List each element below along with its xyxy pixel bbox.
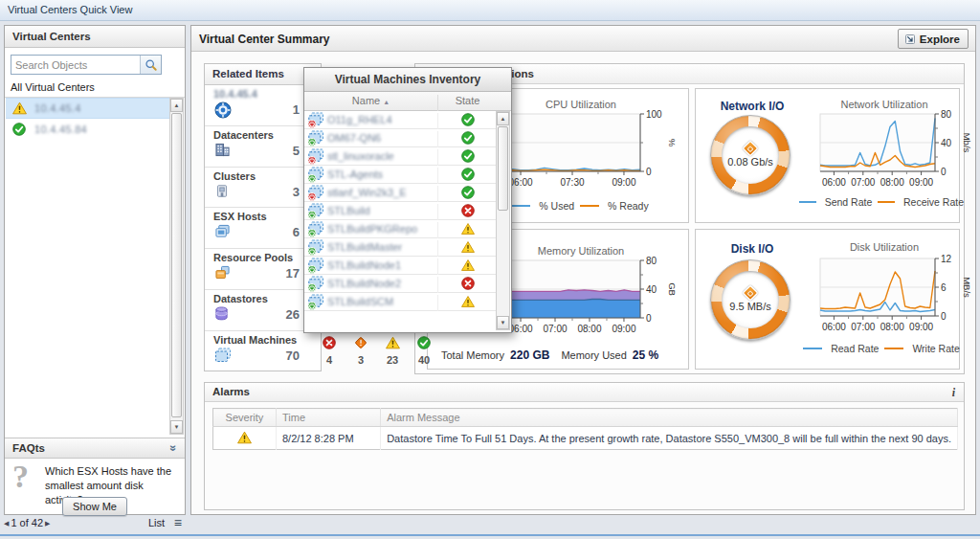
memory-used-label: Memory Used <box>561 349 626 361</box>
memory-stats: Total Memory220 GBMemory Used25 % <box>441 348 670 362</box>
state-column-header[interactable]: State <box>437 95 497 111</box>
search-box <box>11 55 162 75</box>
severity-summary-normal[interactable]: 40 <box>412 336 435 366</box>
question-mark-icon: ? <box>12 459 29 495</box>
vm-row[interactable]: STLBuildNode1 <box>304 257 497 275</box>
explore-button[interactable]: Explore <box>898 29 969 49</box>
memory-used-value: 25 % <box>633 348 658 362</box>
legend-label: Receive Rate <box>903 196 964 208</box>
vm-on-icon <box>307 276 324 292</box>
vm-inventory-column-headers: Name ▲ State <box>304 92 511 111</box>
show-me-button[interactable]: Show Me <box>62 497 127 516</box>
svg-text:40: 40 <box>941 138 952 148</box>
memory-chart-title: Memory Utilization <box>495 245 667 257</box>
vm-row[interactable]: stlanf_Win2k3_E <box>304 184 497 202</box>
normal-state-icon <box>461 149 475 163</box>
normal-state-icon <box>461 131 475 145</box>
svg-text:Mb/s: Mb/s <box>962 133 972 153</box>
scroll-up-button[interactable]: ▲ <box>497 112 509 125</box>
list-view-label: List <box>148 517 165 528</box>
vm-row[interactable]: stl_linuxoracle <box>304 147 497 166</box>
cluster-icon <box>214 184 232 200</box>
alarm-message: Datastore Time To Full 51 Days. At the p… <box>381 427 958 450</box>
vm-row[interactable]: STLBuild <box>304 202 497 220</box>
legend-line-swatch <box>799 201 816 203</box>
normal-state-icon <box>461 113 475 126</box>
total-memory-label: Total Memory <box>441 349 504 361</box>
warning-icon <box>386 336 400 350</box>
pagination-label: 1 of 42 <box>11 517 43 528</box>
virtual-center-item[interactable]: 10.4.45.4 <box>6 98 170 119</box>
severity-column-header[interactable]: Severity <box>213 409 277 427</box>
network-chart-legend: Send RateReceive Rate <box>799 196 964 208</box>
info-icon[interactable]: i <box>952 386 955 400</box>
vm-row[interactable]: STLBuildPKGRepo <box>304 220 497 238</box>
vm-name: STLBuildMaster <box>327 241 402 253</box>
severity-summary-fatal[interactable]: 4 <box>318 336 341 366</box>
vm-row[interactable]: STL-Agents <box>304 166 497 184</box>
faqts-pagination-bar: ◀1 of 42▶ List ≡ <box>4 517 186 532</box>
svg-text:0: 0 <box>646 167 652 177</box>
vm-on-icon <box>307 258 324 274</box>
vm-off-icon <box>307 112 324 128</box>
svg-text:6: 6 <box>941 282 947 293</box>
svg-text:09:00: 09:00 <box>612 177 635 188</box>
vm-inventory-popup: Virtual Machines Inventory Name ▲ State … <box>303 67 512 333</box>
list-view-icon[interactable]: ≡ <box>174 515 182 530</box>
scroll-thumb[interactable] <box>498 126 508 211</box>
time-column-header[interactable]: Time <box>276 409 380 427</box>
vm-row[interactable]: STLBuildSCM <box>304 293 497 311</box>
sort-ascending-icon: ▲ <box>383 99 390 105</box>
alarms-header-label: Alarms <box>212 386 250 397</box>
vm-row[interactable]: OM67-QN6 <box>304 129 497 147</box>
vm-name: STL-Agents <box>327 168 383 180</box>
legend-label: % Ready <box>608 200 649 212</box>
search-icon <box>145 58 158 72</box>
sidebar-scrollbar[interactable]: ▲ ▼ <box>169 98 184 435</box>
next-page-arrow[interactable]: ▶ <box>45 520 50 527</box>
svg-text:09:00: 09:00 <box>909 322 933 332</box>
severity-summary-warning[interactable]: 23 <box>381 336 404 366</box>
legend-line-swatch <box>580 205 599 207</box>
related-item-count: 17 <box>286 266 300 281</box>
virtual-center-name: 10.4.45.84 <box>34 124 87 135</box>
svg-text:12: 12 <box>941 254 952 264</box>
popup-scrollbar[interactable]: ▲ ▼ <box>496 111 510 330</box>
scroll-down-button[interactable]: ▼ <box>497 316 509 329</box>
legend-line-swatch <box>884 348 903 349</box>
main-header: Virtual Center Summary Explore <box>191 26 975 52</box>
vm-name: STLBuildNode1 <box>327 259 401 271</box>
vm-row[interactable]: O11g_RHEL4 <box>304 111 497 129</box>
search-input[interactable] <box>11 56 140 74</box>
related-item-count: 6 <box>293 225 300 239</box>
related-item[interactable]: Virtual Machines70 <box>205 331 321 372</box>
scroll-down-button[interactable]: ▼ <box>170 420 183 434</box>
virtual-center-item[interactable]: 10.4.45.84 <box>6 119 170 140</box>
alarm-row[interactable]: 8/2/12 8:28 PMDatastore Time To Full 51 … <box>213 427 958 450</box>
vm-row[interactable]: STLBuildMaster <box>304 238 497 257</box>
related-item-count: 5 <box>293 144 300 158</box>
fatal-state-icon <box>461 204 475 217</box>
svg-text:0: 0 <box>941 311 947 322</box>
search-button[interactable] <box>140 56 161 74</box>
cpu-chart-title: CPU Utilization <box>495 99 667 110</box>
svg-text:06:00: 06:00 <box>822 177 846 188</box>
prev-page-arrow[interactable]: ◀ <box>4 520 9 527</box>
scroll-thumb[interactable] <box>171 113 182 417</box>
critical-icon <box>354 336 368 350</box>
collapse-chevron-icon[interactable]: » <box>167 445 181 452</box>
network-io-value: 0.08 Gb/s <box>727 156 773 168</box>
disk-io-gauge: 9.5 MB/s <box>710 259 791 340</box>
esx-host-icon <box>214 224 232 240</box>
message-column-header[interactable]: Alarm Message <box>381 409 958 427</box>
cpu-utilization-chart: 0100%06:0007:3009:00 <box>504 114 684 191</box>
scroll-up-button[interactable]: ▲ <box>170 99 183 112</box>
network-chart-title: Network Utilization <box>813 99 956 110</box>
vm-row[interactable]: STLBuildNode2 <box>304 275 497 293</box>
title-bar: Virtual Centers Quick View <box>0 0 980 21</box>
severity-summary-critical[interactable]: 3 <box>349 336 372 366</box>
warning-state-icon <box>461 240 475 254</box>
related-item-count: 1 <box>293 102 300 117</box>
vm-off-icon <box>307 185 324 201</box>
name-column-header[interactable]: Name ▲ <box>304 95 437 106</box>
